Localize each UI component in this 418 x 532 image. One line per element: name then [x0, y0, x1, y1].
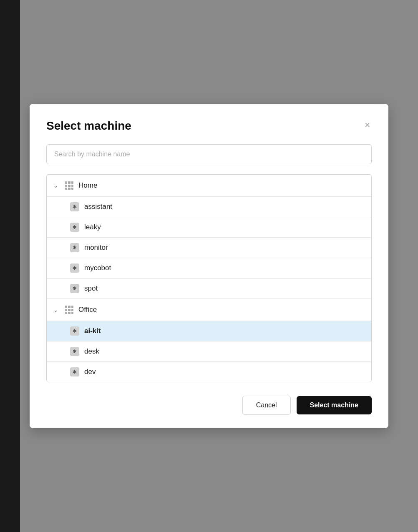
machine-label: leaky	[84, 223, 101, 231]
machine-dev[interactable]: ✱ dev	[47, 362, 371, 382]
close-button[interactable]: ×	[363, 119, 372, 131]
machine-icon: ✱	[70, 367, 79, 376]
dark-sidebar	[0, 0, 20, 532]
machine-ai-kit[interactable]: ✱ ai-kit	[47, 321, 371, 341]
cancel-button[interactable]: Cancel	[242, 396, 291, 415]
machine-icon: ✱	[70, 326, 79, 336]
machine-icon: ✱	[70, 243, 79, 252]
machine-icon: ✱	[70, 263, 79, 273]
modal-title: Select machine	[46, 119, 131, 133]
machine-icon: ✱	[70, 284, 79, 293]
machine-label: spot	[84, 284, 98, 293]
search-input[interactable]	[46, 144, 372, 164]
chevron-down-icon: ⌄	[53, 183, 60, 189]
modal-footer: Cancel Select machine	[46, 396, 372, 415]
machine-label: assistant	[84, 203, 112, 211]
home-group-icon	[64, 181, 74, 191]
machine-label: dev	[84, 368, 96, 376]
machine-spot[interactable]: ✱ spot	[47, 279, 371, 299]
machine-monitor[interactable]: ✱ monitor	[47, 238, 371, 258]
select-machine-button[interactable]: Select machine	[297, 396, 372, 414]
select-machine-modal: Select machine × ⌄ Home ✱ assistant ✱ le	[30, 104, 388, 429]
office-group-icon	[64, 305, 74, 315]
group-office[interactable]: ⌄ Office	[47, 299, 371, 321]
machine-icon: ✱	[70, 202, 79, 211]
group-home[interactable]: ⌄ Home	[47, 175, 371, 196]
machine-label: monitor	[84, 243, 108, 252]
machine-leaky[interactable]: ✱ leaky	[47, 217, 371, 237]
machine-assistant[interactable]: ✱ assistant	[47, 197, 371, 217]
machine-icon: ✱	[70, 347, 79, 356]
machine-label: mycobot	[84, 264, 111, 272]
machine-label: desk	[84, 347, 99, 356]
office-group-label: Office	[78, 306, 97, 314]
machine-mycobot[interactable]: ✱ mycobot	[47, 258, 371, 278]
chevron-down-icon: ⌄	[53, 307, 60, 313]
modal-header: Select machine ×	[46, 119, 372, 133]
machine-desk[interactable]: ✱ desk	[47, 341, 371, 361]
machine-icon: ✱	[70, 223, 79, 232]
machine-tree: ⌄ Home ✱ assistant ✱ leaky ✱ monitor	[46, 174, 372, 382]
home-group-label: Home	[78, 181, 97, 190]
machine-label: ai-kit	[84, 327, 101, 335]
